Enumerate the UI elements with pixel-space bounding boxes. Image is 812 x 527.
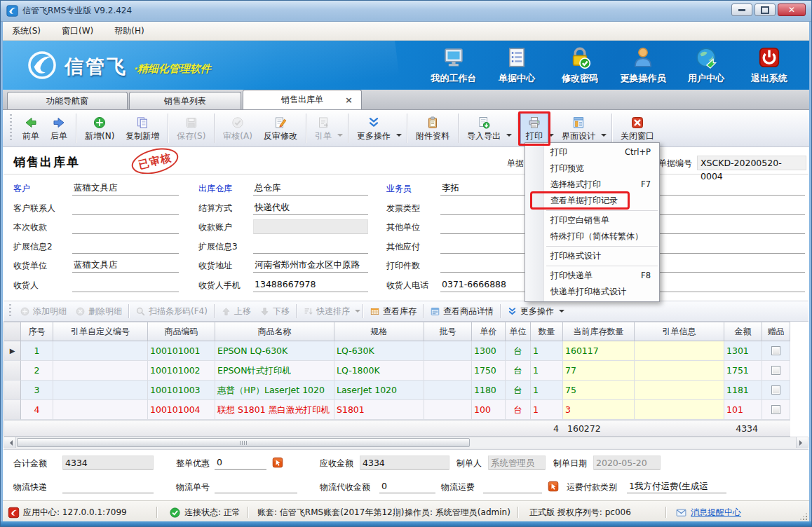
field-input-物流单号[interactable] — [215, 479, 297, 493]
field-input-整单优惠[interactable]: 0 — [215, 456, 266, 470]
toolbar-button-导入导出[interactable]: 导入导出 — [461, 113, 506, 144]
mail-icon — [675, 507, 687, 519]
tab-1[interactable]: 销售单列表 — [129, 92, 241, 109]
menu-item-打印预览[interactable]: 打印预览 — [525, 160, 659, 177]
field-input-本次收款[interactable] — [72, 219, 179, 234]
header-cell-规格[interactable]: 规格 — [334, 322, 424, 341]
toolbar-separator — [168, 114, 168, 143]
header-cell-赠品[interactable]: 赠品 — [762, 322, 790, 341]
toolbar-button-复制新增[interactable]: 复制新增 — [120, 113, 165, 144]
tab-2[interactable]: 销售出库单× — [243, 90, 362, 109]
restore-button[interactable] — [755, 4, 776, 16]
horizontal-scrollbar[interactable] — [4, 437, 808, 449]
menu-item-查看单据打印记录[interactable]: 查看单据打印记录 — [525, 193, 659, 209]
gift-checkbox[interactable] — [771, 366, 780, 375]
field-input-收款账户[interactable] — [253, 219, 368, 234]
adjust-button[interactable] — [272, 457, 283, 468]
menu-item-特殊打印（简体转繁体）[interactable]: 特殊打印（简体转繁体） — [525, 228, 659, 245]
scroll-right-button[interactable] — [796, 437, 808, 448]
adjust-button[interactable] — [548, 481, 559, 492]
header-cell-引单信息[interactable]: 引单信息 — [635, 322, 724, 341]
header-cell-商品名称[interactable]: 商品名称 — [215, 322, 334, 341]
table-row[interactable]: 3100101003惠普（HP）LaserJet 1020LaserJet 10… — [4, 381, 790, 400]
banner-action-user-center[interactable]: 用户中心 — [675, 46, 738, 85]
menu-item-0[interactable]: 系统(S) — [12, 25, 41, 37]
menu-item-选择格式打印[interactable]: 选择格式打印F7 — [525, 177, 659, 193]
dropdown-arrow-icon[interactable] — [396, 134, 402, 139]
banner-action-password[interactable]: 修改密码 — [548, 46, 611, 85]
field-input-出库仓库[interactable]: 总仓库 — [253, 181, 368, 196]
field-input-客户[interactable]: 蓝猫文具店 — [72, 181, 179, 196]
header-cell-商品编码[interactable]: 商品编码 — [148, 322, 215, 341]
menu-item-打印快递单[interactable]: 打印快递单F8 — [525, 268, 659, 284]
field-input-结算方式[interactable]: 快递代收 — [253, 200, 368, 215]
toolbar-button-新增[interactable]: 新增(N) — [79, 113, 120, 144]
menu-item-2[interactable]: 帮助(H) — [114, 25, 144, 37]
toolbar-button-后单[interactable]: 后单 — [45, 113, 73, 144]
field-input-运费付款类别[interactable]: 1我方付运费(生成运 — [627, 479, 726, 493]
banner-action-workbench[interactable]: 我的工作台 — [422, 46, 485, 85]
tab-0[interactable]: 功能导航窗 — [7, 92, 128, 109]
dropdown-arrow-icon[interactable] — [506, 134, 512, 139]
header-cell-引单自定义编号[interactable]: 引单自定义编号 — [53, 322, 148, 341]
toolbar-button-反审修改[interactable]: 反审修改 — [258, 113, 303, 144]
close-button[interactable]: ✕ — [778, 4, 806, 16]
menu-item-1[interactable]: 窗口(W) — [62, 25, 93, 37]
field-input-收货单位[interactable]: 蓝猫文具店 — [72, 258, 179, 273]
toolbar-button-打印[interactable]: 打印 — [520, 113, 548, 144]
menu-item-打印[interactable]: 打印Ctrl+P — [525, 144, 659, 160]
field-input-客户联系人[interactable] — [72, 200, 179, 215]
status-segment-5[interactable]: 消息提醒中心 — [675, 501, 741, 523]
toolbar-button-查看库存[interactable]: 查看库存 — [365, 304, 421, 319]
header-cell-单价[interactable]: 单价 — [472, 322, 506, 341]
dropdown-arrow-icon — [355, 310, 360, 315]
table-row[interactable]: ▶1100101001EPSON LQ-630KLQ-630K1300台1160… — [4, 341, 790, 361]
toolbar-button-扫描条形码: 扫描条形码(F4) — [131, 304, 212, 319]
table-row[interactable]: 2100101002EPSON针式打印机LQ-1800K1750台1771751 — [4, 361, 790, 381]
status-text: 应用中心: 127.0.0.1:7099 — [23, 507, 127, 519]
field-input-扩展信息2[interactable] — [72, 239, 179, 254]
toolbar-button-更多操作[interactable]: 更多操作 — [503, 304, 558, 319]
toolbar-button-查看商品详情[interactable]: 查看商品详情 — [426, 304, 498, 319]
tab-close-icon[interactable]: × — [345, 90, 353, 109]
header-cell-金额[interactable]: 金额 — [724, 322, 762, 341]
toolbar-button-前单[interactable]: 前单 — [17, 113, 45, 144]
gift-checkbox[interactable] — [771, 385, 780, 395]
field-input-收货人手机[interactable]: 13488667978 — [253, 278, 368, 292]
field-input-扩展信息3[interactable] — [253, 239, 368, 254]
field-input-物流运费[interactable] — [483, 479, 542, 493]
minimize-button[interactable] — [731, 4, 752, 16]
header-cell-序号[interactable]: 序号 — [21, 322, 53, 341]
field-input-收货地址[interactable]: 河南省郑州市金水区中原路 — [253, 258, 368, 273]
field-input-收货人[interactable] — [72, 278, 179, 292]
toolbar-button-更多操作[interactable]: 更多操作 — [351, 113, 396, 144]
header-cell-单位[interactable]: 单位 — [506, 322, 531, 341]
menu-item-打印空白销售单[interactable]: 打印空白销售单 — [525, 212, 659, 228]
total-cell-ref_no — [53, 420, 148, 436]
header-cell-批号[interactable]: 批号 — [424, 322, 472, 341]
doc-no-input[interactable]: XSCKD-20200520-0004 — [697, 156, 806, 170]
banner-action-doc-center[interactable]: 单据中心 — [485, 46, 548, 85]
table-row[interactable]: 4100101004联想 S1801 黑白激光打印机S1801100台13101 — [4, 400, 790, 420]
scroll-left-button[interactable] — [4, 437, 16, 448]
gift-checkbox[interactable] — [771, 346, 780, 355]
status-text[interactable]: 消息提醒中心 — [691, 507, 741, 519]
app-logo-icon — [6, 5, 18, 17]
dropdown-arrow-icon[interactable] — [559, 310, 564, 315]
field-label-物流单号: 物流单号 — [176, 481, 210, 493]
gift-checkbox[interactable] — [771, 405, 780, 414]
field-input-物流快递[interactable] — [62, 479, 154, 493]
toolbar-button-附件资料[interactable]: 附件资料 — [410, 113, 455, 144]
header-cell-当前库存数量[interactable]: 当前库存数量 — [563, 322, 635, 341]
dropdown-arrow-icon[interactable] — [601, 134, 607, 139]
banner-action-exit[interactable]: 退出系统 — [738, 46, 801, 85]
menu-item-打印格式设计[interactable]: 打印格式设计 — [525, 248, 659, 264]
menu-item-快递单打印格式设计[interactable]: 快递单打印格式设计 — [525, 284, 659, 300]
field-input-物流代收金额[interactable]: 0 — [379, 479, 435, 493]
toolbar-button-界面设计[interactable]: 界面设计 — [556, 113, 601, 144]
scrollbar-thumb[interactable] — [17, 438, 470, 447]
header-cell-数量[interactable]: 数量 — [531, 322, 563, 341]
banner-action-operator[interactable]: 更换操作员 — [611, 46, 675, 85]
dropdown-arrow-icon[interactable] — [548, 134, 554, 139]
toolbar-button-关闭窗口[interactable]: 关闭窗口 — [615, 113, 660, 144]
